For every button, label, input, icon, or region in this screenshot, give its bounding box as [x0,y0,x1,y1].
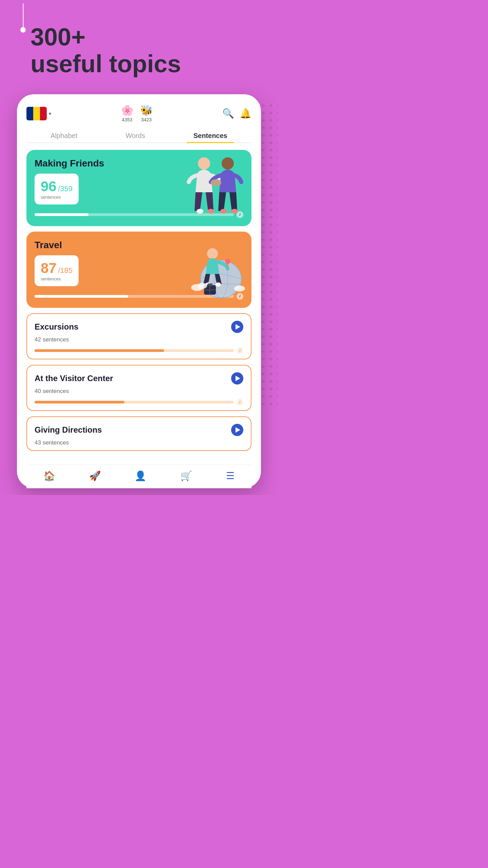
card-excursions[interactable]: Excursions 42 sentences i [26,313,251,359]
nav-home[interactable]: 🏠 [43,470,55,481]
search-icon[interactable]: 🔍 [222,108,234,119]
bee-count: 3423 [141,117,151,122]
making-friends-label: sentences [41,195,73,200]
cards-section: Making Friends 96 /359 sentences i [26,150,251,461]
travel-label: sentences [41,276,73,281]
visitor-center-progress: i [35,399,243,410]
excursions-bar-fill [35,349,164,352]
tab-words[interactable]: Words [119,129,152,142]
visitor-center-bar-fill [35,401,124,403]
visitor-center-title: At the Visitor Center [35,374,113,383]
svg-point-12 [216,282,221,287]
flag [26,107,47,120]
svg-point-19 [198,283,207,289]
making-friends-total: /359 [58,184,73,193]
nav-rocket[interactable]: 🚀 [89,470,101,481]
travel-total: /185 [58,266,73,275]
svg-point-4 [220,209,227,214]
making-friends-progress-box: 96 /359 sentences [35,174,79,204]
visitor-center-bar-bg [35,401,234,403]
tab-bar: Alphabet Words Sentences [26,126,251,143]
line-decoration [20,3,26,33]
excursions-play-button[interactable] [231,321,243,333]
flag-red-stripe [40,107,47,120]
card-visitor-center[interactable]: At the Visitor Center 40 sentences i [26,365,251,411]
excursions-header: Excursions [35,321,243,333]
flower-count: 4353 [122,117,132,122]
bottom-nav: 🏠 🚀 👤 🛒 ☰ [26,465,251,488]
play-triangle-icon-2 [236,376,240,381]
svg-point-13 [225,259,230,264]
profile-icon: 👤 [135,470,146,481]
center-icons: 🌸 4353 🐝 3423 [121,104,153,122]
svg-point-6 [210,179,221,186]
flower-icon-count[interactable]: 🌸 4353 [121,104,134,122]
flag-chevron-icon: ▾ [49,111,51,116]
svg-point-3 [222,157,234,170]
bee-icon-count[interactable]: 🐝 3423 [140,104,153,122]
home-icon: 🏠 [43,470,55,481]
phone-container: ▾ 🌸 4353 🐝 3423 🔍 🔔 Alphabet Words Sente… [17,94,261,488]
right-icons: 🔍 🔔 [222,108,251,119]
friends-illustration [180,152,248,219]
cart-icon: 🛒 [180,470,192,481]
rocket-icon: 🚀 [89,470,101,481]
excursions-bar-bg [35,349,234,352]
travel-illustration [184,235,248,303]
excursions-info-icon[interactable]: i [237,347,243,354]
svg-point-10 [207,248,218,259]
play-triangle-icon [236,324,240,330]
svg-point-5 [231,209,238,214]
nav-menu[interactable]: ☰ [226,470,235,481]
making-friends-current: 96 [41,178,57,194]
flag-yellow-stripe [33,107,40,120]
tab-alphabet[interactable]: Alphabet [44,129,84,142]
tab-sentences[interactable]: Sentences [187,129,234,142]
card-giving-directions[interactable]: Giving Directions 43 sentences [26,416,251,451]
visitor-center-info-icon[interactable]: i [237,399,243,406]
play-triangle-icon-3 [236,427,240,433]
flag-blue-stripe [26,107,33,120]
svg-point-20 [234,285,245,292]
excursions-title: Excursions [35,322,78,332]
headline: 300+ useful topics [30,24,278,77]
header-section: 300+ useful topics [0,0,278,87]
visitor-center-play-button[interactable] [231,372,243,384]
excursions-progress: i [35,347,243,359]
svg-point-2 [207,209,214,214]
flag-container[interactable]: ▾ [26,107,51,120]
giving-directions-header: Giving Directions [35,424,243,436]
giving-directions-title: Giving Directions [35,425,102,435]
giving-directions-play-button[interactable] [231,424,243,436]
bee-icon: 🐝 [140,104,153,116]
giving-directions-sentences: 43 sentences [35,439,243,446]
card-making-friends[interactable]: Making Friends 96 /359 sentences i [26,150,251,226]
menu-icon: ☰ [226,470,235,481]
nav-profile[interactable]: 👤 [135,470,146,481]
making-friends-bar-fill [35,213,88,216]
bell-icon[interactable]: 🔔 [240,108,251,119]
travel-bar-fill [35,295,128,298]
top-bar: ▾ 🌸 4353 🐝 3423 🔍 🔔 [26,104,251,126]
visitor-center-header: At the Visitor Center [35,372,243,384]
svg-point-1 [197,209,203,214]
svg-point-0 [198,157,210,170]
excursions-sentences: 42 sentences [35,336,243,343]
visitor-center-sentences: 40 sentences [35,388,243,395]
flower-icon: 🌸 [121,104,134,116]
travel-progress-box: 87 /185 sentences [35,255,79,286]
card-travel[interactable]: Travel 87 /185 sentences i [26,232,251,308]
travel-current: 87 [41,260,57,276]
nav-cart[interactable]: 🛒 [180,470,192,481]
